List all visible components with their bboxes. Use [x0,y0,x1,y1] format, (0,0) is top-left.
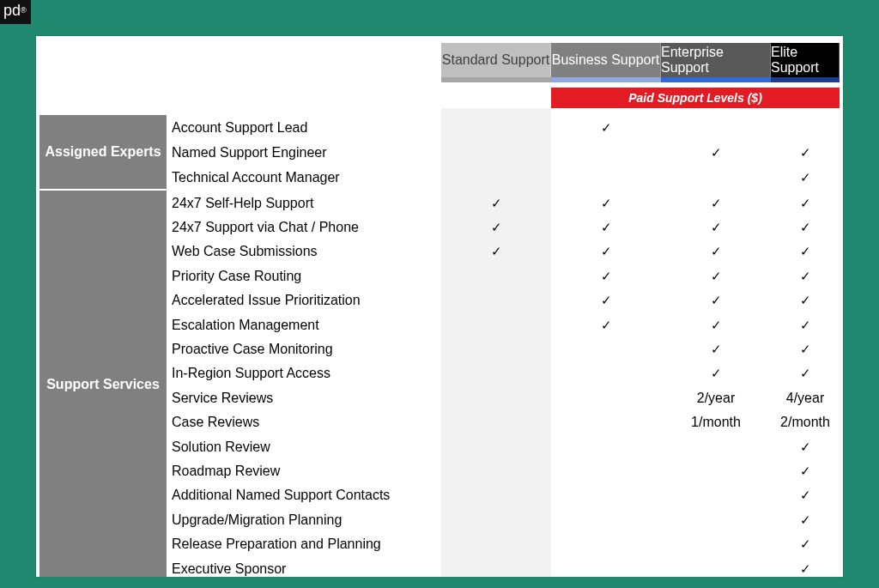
feature-label: Additional Named Support Contacts [167,488,441,503]
feature-label: Release Preparation and Planning [167,536,441,552]
check-icon: ✓ [601,318,612,332]
check-icon: ✓ [601,196,612,210]
tier-underline-enterprise [661,77,771,82]
brand-logo-text: pd [3,2,21,19]
check-icon: ✓ [491,244,502,258]
table-row: Proactive Case Monitoring✓✓ [167,336,840,361]
table-row: Service Reviews2/year4/year [167,385,840,410]
paid-support-banner: Paid Support Levels ($) [551,88,840,108]
table-row: Upgrade/Migration Planning✓ [167,507,840,532]
brand-logo: pd® [0,0,31,24]
tier-underline-standard [441,77,551,82]
feature-label: Proactive Case Monitoring [167,342,441,357]
check-icon: ✓ [711,269,722,283]
table-row: Case Reviews1/month2/month [167,410,840,435]
feature-label: Escalation Management [167,318,441,333]
cell-elite: ✓ [771,269,840,284]
cell-elite: ✓ [771,536,840,552]
check-icon: ✓ [601,269,612,283]
cell-elite: ✓ [771,512,840,528]
feature-label: Accelerated Issue Prioritization [167,293,441,308]
sidebar-services: Support Services [39,191,167,577]
table-row: Technical Account Manager✓ [167,165,840,190]
cell-elite: ✓ [771,244,840,259]
feature-label: Upgrade/Migration Planning [167,512,441,528]
check-icon: ✓ [800,269,811,283]
cell-standard: ✓ [441,196,551,211]
check-icon: ✓ [800,488,811,502]
cell-enterprise: 1/month [661,415,771,430]
check-icon: ✓ [800,561,811,576]
check-icon: ✓ [800,342,811,356]
cell-enterprise: ✓ [661,318,771,333]
table-row: 24x7 Self-Help Support✓✓✓✓ [167,191,840,215]
cell-elite: ✓ [771,293,840,308]
check-icon: ✓ [800,170,811,185]
tier-header-business: Business Support [551,43,661,77]
feature-label: Executive Sponsor [167,561,441,577]
check-icon: ✓ [491,220,502,234]
feature-label: Technical Account Manager [167,170,441,185]
table-row: Roadmap Review✓ [167,458,840,483]
cell-elite: ✓ [771,145,840,161]
cell-enterprise: ✓ [661,220,771,235]
check-icon: ✓ [711,293,722,307]
cell-enterprise: ✓ [661,342,771,357]
feature-label: Account Support Lead [167,120,441,136]
cell-enterprise: ✓ [661,293,771,308]
check-icon: ✓ [800,318,811,332]
check-icon: ✓ [800,244,811,258]
check-icon: ✓ [800,464,811,478]
cell-elite: 4/year [771,391,840,406]
check-icon: ✓ [711,196,722,210]
feature-label: Named Support Engineer [167,145,441,161]
tier-header-standard: Standard Support [441,43,551,77]
check-icon: ✓ [491,196,502,210]
table-row: Solution Review✓ [167,434,840,459]
check-icon: ✓ [601,120,612,135]
matrix-body: Assigned Experts Support Services Accoun… [39,115,840,577]
cell-elite: ✓ [771,366,840,381]
check-icon: ✓ [800,536,811,551]
cell-business: ✓ [551,244,661,259]
sidebar-experts: Assigned Experts [39,115,167,191]
table-row: Web Case Submissions✓✓✓✓ [167,239,840,264]
table-row: Priority Case Routing✓✓✓ [167,264,840,288]
feature-label: Solution Review [167,439,441,455]
cell-business: ✓ [551,196,661,211]
check-icon: ✓ [711,342,722,356]
cell-elite: ✓ [771,318,840,333]
feature-label: In-Region Support Access [167,366,441,381]
tier-header-elite: Elite Support [771,43,840,77]
check-icon: ✓ [800,293,811,307]
check-icon: ✓ [601,220,612,234]
check-icon: ✓ [800,196,811,210]
check-icon: ✓ [711,220,722,234]
cell-elite: ✓ [771,220,840,235]
cell-elite: ✓ [771,488,840,503]
cell-elite: ✓ [771,464,840,479]
check-icon: ✓ [800,220,811,234]
table-row: Named Support Engineer✓✓ [167,140,840,165]
cell-enterprise: 2/year [661,391,771,406]
cell-business: ✓ [551,220,661,235]
cell-enterprise: ✓ [661,196,771,211]
feature-label: Roadmap Review [167,464,441,479]
cell-enterprise: ✓ [661,269,771,284]
table-row: 24x7 Support via Chat / Phone✓✓✓✓ [167,215,840,239]
cell-elite: ✓ [771,342,840,357]
check-icon: ✓ [711,366,722,380]
cell-business: ✓ [551,120,661,136]
cell-business: ✓ [551,318,661,333]
cell-business: ✓ [551,269,661,284]
cell-elite: ✓ [771,170,840,185]
check-icon: ✓ [601,293,612,307]
cell-standard: ✓ [441,244,551,259]
check-icon: ✓ [800,145,811,160]
feature-label: 24x7 Support via Chat / Phone [167,220,441,235]
check-icon: ✓ [800,439,811,454]
cell-enterprise: ✓ [661,145,771,161]
cell-business: ✓ [551,293,661,308]
cell-enterprise: ✓ [661,366,771,381]
table-row: Release Preparation and Planning✓ [167,532,840,557]
